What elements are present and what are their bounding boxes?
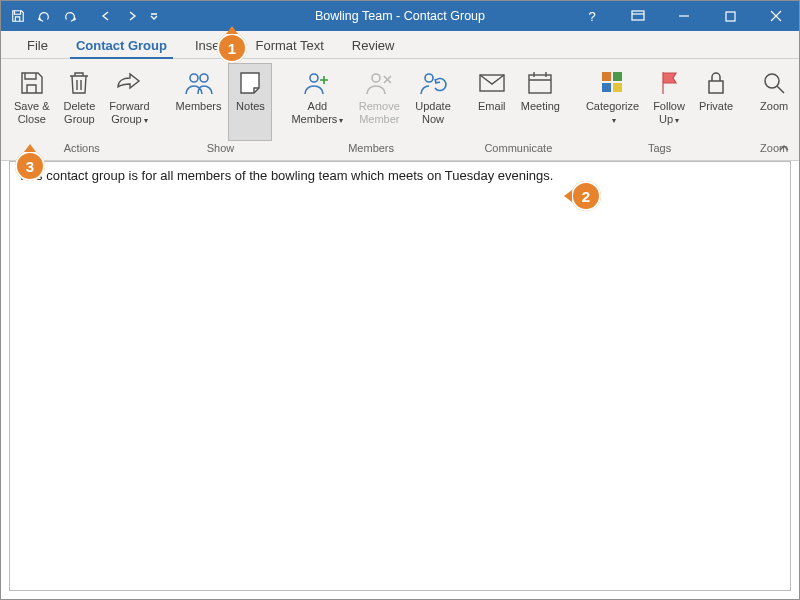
categorize-icon	[598, 68, 628, 98]
forward-icon	[114, 68, 144, 98]
svg-rect-10	[613, 72, 622, 81]
lock-icon	[701, 68, 731, 98]
group-show: Members Notes Show	[163, 59, 279, 160]
svg-point-2	[190, 74, 198, 82]
private-label: Private	[699, 100, 733, 113]
notes-textarea[interactable]: This contact group is for all members of…	[9, 161, 791, 591]
members-label: Members	[176, 100, 222, 113]
update-now-icon	[418, 68, 448, 98]
collapse-ribbon-icon[interactable]	[775, 140, 793, 156]
members-button[interactable]: Members	[169, 63, 229, 141]
delete-group-button[interactable]: Delete Group	[56, 63, 102, 141]
update-now-label: Update Now	[415, 100, 450, 125]
svg-rect-1	[726, 12, 735, 21]
qat-left-icon[interactable]	[95, 5, 117, 27]
help-icon[interactable]: ?	[569, 1, 615, 31]
tab-contact-group[interactable]: Contact Group	[62, 33, 181, 58]
redo-icon[interactable]	[59, 5, 81, 27]
add-members-button[interactable]: Add Members▾	[284, 63, 350, 141]
group-tags: Categorize▾ Follow Up▾ Private Tags	[573, 59, 746, 160]
forward-group-button[interactable]: Forward Group▾	[102, 63, 156, 141]
window-title: Bowling Team - Contact Group	[315, 9, 485, 23]
chevron-down-icon: ▾	[675, 116, 679, 125]
callout-3: 3	[15, 151, 45, 181]
add-members-label: Add Members▾	[291, 100, 343, 125]
maximize-icon[interactable]	[707, 1, 753, 31]
tab-file[interactable]: File	[13, 33, 62, 58]
group-members-label: Members	[284, 141, 457, 157]
update-now-button[interactable]: Update Now	[408, 63, 457, 141]
email-label: Email	[478, 100, 506, 113]
chevron-down-icon: ▾	[339, 116, 343, 125]
svg-rect-0	[632, 11, 644, 20]
email-icon	[477, 68, 507, 98]
notes-label: Notes	[236, 100, 265, 113]
email-button[interactable]: Email	[470, 63, 514, 141]
categorize-label: Categorize▾	[586, 100, 639, 125]
forward-group-label: Forward Group▾	[109, 100, 149, 125]
quick-access-toolbar	[1, 5, 161, 27]
trash-icon	[64, 68, 94, 98]
zoom-icon	[759, 68, 789, 98]
group-communicate: Email Meeting Communicate	[464, 59, 573, 160]
remove-member-label: Remove Member	[359, 100, 400, 125]
remove-member-icon	[364, 68, 394, 98]
chevron-down-icon: ▾	[612, 116, 616, 125]
meeting-label: Meeting	[521, 100, 560, 113]
categorize-button[interactable]: Categorize▾	[579, 63, 646, 141]
undo-icon[interactable]	[33, 5, 55, 27]
save-close-label: Save & Close	[14, 100, 49, 125]
save-icon[interactable]	[7, 5, 29, 27]
notes-button[interactable]: Notes	[228, 63, 272, 141]
save-close-icon	[17, 68, 47, 98]
follow-up-button[interactable]: Follow Up▾	[646, 63, 692, 141]
zoom-button[interactable]: Zoom	[752, 63, 796, 141]
notes-text: This contact group is for all members of…	[18, 168, 553, 183]
tab-format-text[interactable]: Format Text	[241, 33, 337, 58]
tab-review[interactable]: Review	[338, 33, 409, 58]
ribbon-display-icon[interactable]	[615, 1, 661, 31]
svg-point-4	[310, 74, 318, 82]
ribbon-tabs: File Contact Group Insert Format Text Re…	[1, 31, 799, 59]
ribbon: Save & Close Delete Group Forward Group▾…	[1, 59, 799, 161]
notes-icon	[235, 68, 265, 98]
group-show-label: Show	[169, 141, 273, 157]
meeting-button[interactable]: Meeting	[514, 63, 567, 141]
add-members-icon	[302, 68, 332, 98]
svg-point-6	[425, 74, 433, 82]
qat-dropdown-icon[interactable]	[147, 5, 161, 27]
remove-member-button: Remove Member	[350, 63, 408, 141]
svg-point-3	[200, 74, 208, 82]
group-tags-label: Tags	[579, 141, 740, 157]
flag-icon	[654, 68, 684, 98]
svg-rect-8	[529, 75, 551, 93]
save-and-close-button[interactable]: Save & Close	[7, 63, 56, 141]
svg-point-14	[765, 74, 779, 88]
svg-point-5	[372, 74, 380, 82]
svg-rect-11	[602, 83, 611, 92]
svg-rect-12	[613, 83, 622, 92]
group-communicate-label: Communicate	[470, 141, 567, 157]
qat-right-icon[interactable]	[121, 5, 143, 27]
meeting-icon	[525, 68, 555, 98]
callout-1: 1	[217, 33, 247, 63]
follow-up-label: Follow Up▾	[653, 100, 685, 125]
close-icon[interactable]	[753, 1, 799, 31]
group-members: Add Members▾ Remove Member Update Now Me…	[278, 59, 463, 160]
chevron-down-icon: ▾	[144, 116, 148, 125]
minimize-icon[interactable]	[661, 1, 707, 31]
svg-rect-9	[602, 72, 611, 81]
svg-rect-13	[709, 81, 723, 93]
private-button[interactable]: Private	[692, 63, 740, 141]
delete-group-label: Delete Group	[63, 100, 95, 125]
zoom-label: Zoom	[760, 100, 788, 113]
window-buttons: ?	[569, 1, 799, 31]
members-icon	[184, 68, 214, 98]
title-bar: Bowling Team - Contact Group ?	[1, 1, 799, 31]
callout-2: 2	[571, 181, 601, 211]
